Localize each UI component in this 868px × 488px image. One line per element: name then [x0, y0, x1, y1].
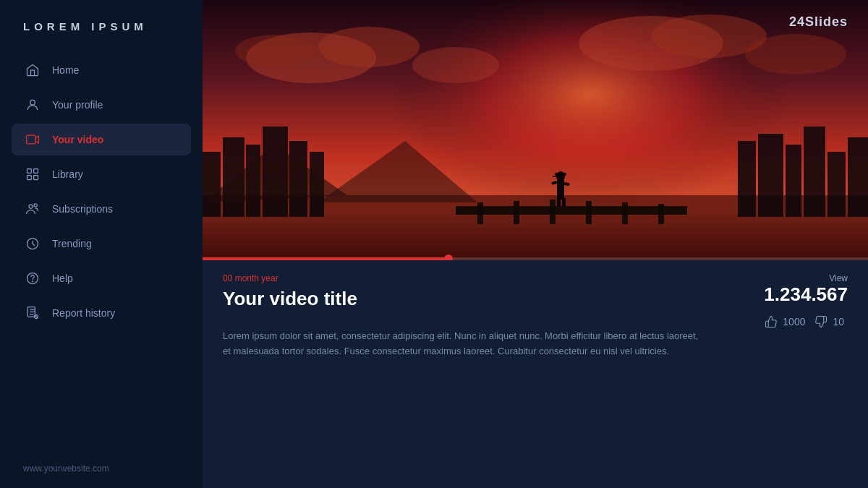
svg-rect-3 — [34, 169, 38, 174]
sidebar-item-your-profile-label: Your profile — [52, 99, 103, 111]
svg-rect-31 — [786, 145, 801, 217]
main-content: 24Slides — [203, 0, 868, 488]
svg-rect-27 — [289, 141, 307, 217]
svg-rect-47 — [562, 198, 566, 207]
likes-row: 1000 10 — [764, 314, 848, 329]
svg-point-20 — [745, 34, 846, 74]
video-description: Lorem ipsum dolor sit amet, consectetur … — [223, 329, 700, 359]
svg-rect-13 — [203, 0, 868, 260]
sidebar-item-report-history[interactable]: Report history — [12, 297, 191, 329]
svg-rect-36 — [477, 202, 483, 224]
svg-point-15 — [246, 33, 376, 83]
svg-point-7 — [34, 204, 37, 207]
sidebar-item-help[interactable]: Help — [12, 262, 191, 294]
sidebar-item-library-label: Library — [52, 168, 83, 180]
video-date: 00 month year — [223, 273, 357, 283]
profile-icon — [25, 97, 41, 113]
svg-rect-30 — [758, 134, 783, 217]
svg-rect-34 — [848, 137, 868, 217]
svg-rect-4 — [27, 176, 32, 180]
sidebar-item-home[interactable]: Home — [12, 54, 191, 86]
svg-point-19 — [651, 14, 767, 58]
svg-rect-44 — [555, 173, 566, 176]
sidebar-item-your-profile[interactable]: Your profile — [12, 89, 191, 121]
svg-rect-29 — [738, 141, 756, 217]
sidebar-logo: LOREM IPSUM — [0, 0, 203, 54]
sidebar-item-home-label: Home — [52, 64, 79, 76]
svg-point-21 — [412, 47, 499, 83]
svg-rect-49 — [563, 182, 570, 186]
nav-menu: Home Your profile Your video — [0, 54, 203, 463]
svg-point-10 — [33, 281, 33, 282]
video-info: 00 month year Your video title View 1.23… — [203, 260, 868, 488]
sidebar-item-subscriptions-label: Subscriptions — [52, 203, 113, 215]
svg-point-18 — [579, 16, 723, 71]
svg-point-43 — [556, 171, 565, 181]
likes-count: 1000 — [783, 316, 805, 328]
svg-point-17 — [235, 35, 315, 67]
svg-point-14 — [311, 0, 817, 253]
video-title: Your video title — [223, 288, 357, 310]
svg-rect-26 — [263, 127, 288, 217]
sidebar-item-trending[interactable]: Trending — [12, 228, 191, 260]
sidebar-item-library[interactable]: Library — [12, 158, 191, 190]
video-views-block: View 1.234.567 1000 — [764, 273, 848, 329]
sidebar-item-subscriptions[interactable]: Subscriptions — [12, 193, 191, 225]
like-item[interactable]: 1000 — [764, 314, 805, 329]
sidebar-item-trending-label: Trending — [52, 238, 92, 249]
svg-rect-1 — [27, 135, 36, 144]
svg-rect-22 — [203, 195, 868, 260]
home-icon — [25, 62, 41, 78]
sidebar-item-your-video[interactable]: Your video — [12, 124, 191, 155]
views-label: View — [764, 273, 848, 283]
thumbs-up-icon — [764, 314, 778, 329]
video-icon — [25, 132, 41, 147]
svg-point-0 — [30, 100, 35, 105]
subscriptions-icon — [25, 201, 41, 217]
video-title-block: 00 month year Your video title — [223, 273, 357, 319]
svg-point-16 — [318, 27, 420, 67]
sidebar-item-help-label: Help — [52, 273, 73, 284]
video-progress-bar[interactable] — [203, 257, 868, 260]
svg-rect-24 — [223, 137, 244, 217]
svg-rect-39 — [586, 201, 592, 224]
svg-rect-33 — [827, 152, 846, 217]
dislikes-count: 10 — [833, 316, 844, 328]
dislike-item[interactable]: 10 — [814, 314, 844, 329]
report-icon — [25, 305, 41, 321]
svg-rect-46 — [557, 198, 561, 207]
footer-url: www.yourwebsite.com — [0, 463, 203, 474]
video-player[interactable] — [203, 0, 868, 260]
svg-point-6 — [29, 205, 33, 208]
trending-icon — [25, 236, 41, 252]
svg-marker-50 — [203, 145, 347, 202]
svg-marker-51 — [318, 141, 477, 202]
video-meta-row: 00 month year Your video title View 1.23… — [223, 273, 848, 329]
sidebar-item-your-video-label: Your video — [52, 134, 103, 145]
svg-rect-37 — [514, 201, 519, 224]
svg-rect-45 — [553, 176, 556, 177]
sidebar-item-report-history-label: Report history — [52, 307, 115, 319]
svg-rect-23 — [203, 152, 221, 217]
svg-rect-40 — [622, 202, 628, 224]
thumbs-down-icon — [814, 314, 828, 329]
brand-logo: 24Slides — [789, 14, 848, 30]
svg-rect-2 — [27, 169, 32, 174]
svg-rect-41 — [658, 204, 664, 224]
views-count: 1.234.567 — [764, 283, 848, 306]
svg-rect-42 — [557, 179, 564, 200]
svg-rect-5 — [34, 176, 38, 180]
video-progress-fill — [203, 257, 448, 260]
svg-rect-32 — [804, 127, 825, 217]
video-thumbnail — [203, 0, 868, 260]
svg-rect-38 — [550, 200, 556, 224]
help-icon — [25, 270, 41, 286]
svg-rect-28 — [310, 152, 324, 217]
svg-rect-25 — [246, 145, 260, 217]
sidebar: LOREM IPSUM Home Your profile — [0, 0, 203, 488]
library-icon — [25, 166, 41, 182]
svg-rect-35 — [456, 206, 687, 215]
svg-rect-48 — [551, 181, 558, 185]
